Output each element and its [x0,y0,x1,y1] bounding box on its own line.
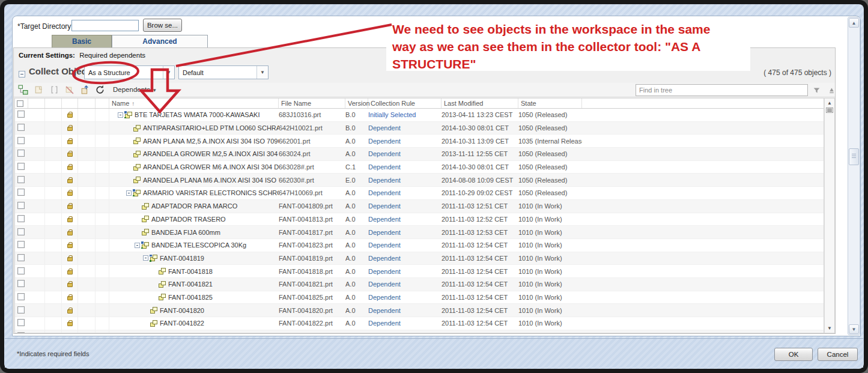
page-view-icon[interactable] [826,108,833,113]
object-name[interactable]: BTE TARJETAS WMATA 7000-KAWASAKI [135,111,259,118]
row-status-cell-1 [28,187,45,199]
tab-advanced[interactable]: Advanced [112,35,208,48]
object-name[interactable]: FANT-0041824 [160,333,204,333]
row-status-cell-1 [28,317,45,330]
tab-basic[interactable]: Basic [52,35,112,48]
row-checkbox[interactable] [17,215,25,222]
scroll-down-icon[interactable]: ▼ [825,326,834,331]
find-in-tree-input[interactable] [636,84,808,96]
table-row[interactable]: ANTIPARASITARIO+LED PTM LO060 SCHRACK642… [15,122,824,135]
row-checkbox[interactable] [17,254,25,261]
refresh-icon[interactable] [95,85,105,95]
object-name[interactable]: FANT-0041820 [160,307,204,314]
scroll-up-icon[interactable]: ▲ [825,100,834,106]
table-row[interactable]: FANT-0041821FANT-0041821.prtA.0Dependent… [15,278,824,291]
object-name[interactable]: BANDEJA TELESCOPICA 30Kg [151,241,246,249]
row-status-cell-4 [96,304,109,317]
table-row[interactable]: ADAPTADOR PARA MARCOFANT-0041809.prtA.0D… [15,200,824,213]
scroll-up-icon[interactable]: ▲ [849,18,859,28]
table-row[interactable]: BANDEJA FIJA 600mmFANT-0041817.prtA.0Dep… [15,226,824,239]
object-name[interactable]: ADAPTADOR PARA MARCO [151,202,237,210]
row-checkbox[interactable] [17,202,25,209]
tree-collapse-icon[interactable] [118,112,123,118]
header-col-modified[interactable]: Last Modified [442,99,518,108]
table-row[interactable]: ARMARIO VARISTAR ELECTRONICS SCHROFF647H… [15,187,824,200]
row-checkbox[interactable] [17,293,25,300]
header-col-version[interactable]: Version [345,99,368,108]
remove-from-collection-icon[interactable] [34,85,44,95]
object-name[interactable]: FANT-0041821 [168,281,213,288]
row-checkbox[interactable] [17,163,25,170]
object-name[interactable]: ARANDELA GROWER M2,5 A.INOX AISI 304 DIN… [143,150,279,157]
table-row[interactable]: ARAN PLANA M2,5 A.INOX AISI 304 ISO 7090… [15,135,824,148]
table-row[interactable]: ARANDELA GROWER M2,5 A.INOX AISI 304 DIN… [15,148,824,161]
window-scrollbar[interactable]: ▲ ▼ [848,17,860,335]
select-brackets-icon[interactable] [49,85,59,95]
exclude-icon[interactable] [64,85,74,95]
table-row[interactable]: ADAPTADOR TRASEROFANT-0041813.prtA.0Depe… [15,213,824,226]
row-checkbox[interactable] [17,124,25,131]
table-row[interactable]: ARANDELA PLANA M6 A.INOX AISI 304 ISO 70… [15,174,824,187]
table-row[interactable]: FANT-0041819FANT-0041819.prtA.0Dependent… [15,252,824,265]
row-checkbox[interactable] [17,137,25,144]
collapse-section-icon[interactable] [19,71,25,77]
object-name[interactable]: ARANDELA GROWER M6 A.INOX AISI 304 DIN 1… [143,163,279,171]
object-name[interactable]: ADAPTADOR TRASERO [151,216,226,223]
table-row[interactable]: BANDEJA TELESCOPICA 30KgFANT-0041823.prt… [15,239,824,252]
table-row[interactable]: FANT-0041824FANT-0041824.prtA.0Dependent… [15,330,824,333]
structure-mode-combobox[interactable]: As a Structure ▼ [84,65,175,79]
state-cell: 1010 (In Work) [518,216,582,223]
row-checkbox[interactable] [17,319,25,326]
chevron-down-icon[interactable]: ▼ [163,66,174,79]
row-checkbox[interactable] [17,280,25,287]
dependents-dropdown[interactable]: Dependents ▼ [113,86,157,93]
table-row[interactable]: BTE TARJETAS WMATA 7000-KAWASAKI683J1031… [15,109,824,122]
target-directory-input[interactable] [71,20,139,31]
rule-set-combobox[interactable]: Default ▼ [178,65,269,79]
row-checkbox[interactable] [17,306,25,314]
header-select-all[interactable] [15,99,28,108]
scroll-down-icon[interactable]: ▼ [849,324,859,334]
row-checkbox[interactable] [17,267,25,274]
scrollbar-thumb[interactable] [849,148,859,165]
header-col-name[interactable]: Name↑ [109,99,279,108]
update-icon[interactable] [80,85,90,95]
filter-icon[interactable] [813,86,821,94]
object-name[interactable]: FANT-0041822 [160,320,204,327]
chevron-down-icon[interactable]: ▼ [256,66,268,79]
header-col-state[interactable]: State [518,99,582,108]
ok-button[interactable]: OK [774,348,813,361]
row-checkbox[interactable] [17,332,25,333]
table-row[interactable]: FANT-0041822FANT-0041822.prtA.0Dependent… [15,317,824,330]
object-name[interactable]: ARANDELA PLANA M6 A.INOX AISI 304 ISO 70… [143,177,279,184]
object-name[interactable]: FANT-0041819 [160,255,204,262]
row-checkbox[interactable] [17,111,25,118]
row-lock-cell [62,317,78,330]
cancel-button[interactable]: Cancel [818,348,858,361]
row-status-cell-1 [28,278,45,291]
sort-ascending-icon[interactable] [828,86,836,94]
table-row[interactable]: FANT-0041825FANT-0041825.prtA.0Dependent… [15,291,824,305]
object-name[interactable]: BANDEJA FIJA 600mm [151,229,220,236]
table-row[interactable]: FANT-0041820FANT-0041820.prtA.0Dependent… [15,304,824,317]
add-to-collection-icon[interactable] [18,85,28,95]
table-scrollbar[interactable]: ▲ ▼ [824,98,835,333]
row-checkbox[interactable] [17,150,25,157]
object-name[interactable]: ANTIPARASITARIO+LED PTM LO060 SCHRACK [143,124,279,132]
object-name[interactable]: FANT-0041825 [168,294,213,301]
tree-collapse-icon[interactable] [135,243,140,248]
object-name[interactable]: ARMARIO VARISTAR ELECTRONICS SCHROFF [143,189,279,196]
row-checkbox[interactable] [17,176,25,183]
tree-collapse-icon[interactable] [143,255,148,261]
object-name[interactable]: ARAN PLANA M2,5 A.INOX AISI 304 ISO 7090 [143,138,279,145]
object-name[interactable]: FANT-0041818 [168,268,213,275]
row-checkbox[interactable] [17,228,25,235]
tree-collapse-icon[interactable] [126,190,132,196]
table-row[interactable]: ARANDELA GROWER M6 A.INOX AISI 304 DIN 1… [15,161,824,174]
table-row[interactable]: FANT-0041818FANT-0041818.prtA.0Dependent… [15,265,824,278]
header-col-rule[interactable]: Collection Rule [368,99,442,108]
header-col-file[interactable]: File Name [279,99,345,108]
row-checkbox[interactable] [17,241,25,248]
row-checkbox[interactable] [17,189,25,196]
browse-button[interactable]: Brow se... [143,19,182,32]
